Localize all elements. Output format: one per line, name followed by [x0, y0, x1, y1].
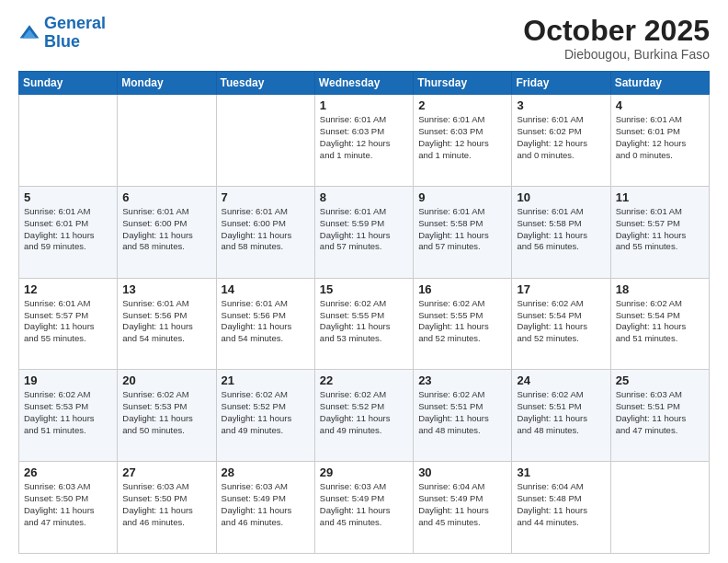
- day-number: 3: [517, 98, 605, 112]
- logo-icon: [18, 22, 40, 44]
- month-title: October 2025: [523, 15, 710, 47]
- calendar-cell: 29Sunrise: 6:03 AM Sunset: 5:49 PM Dayli…: [314, 462, 413, 554]
- day-info: Sunrise: 6:01 AM Sunset: 6:01 PM Dayligh…: [24, 206, 112, 253]
- day-info: Sunrise: 6:01 AM Sunset: 5:57 PM Dayligh…: [616, 206, 704, 253]
- day-number: 16: [418, 282, 506, 296]
- day-number: 10: [517, 190, 605, 204]
- calendar-cell: 15Sunrise: 6:02 AM Sunset: 5:55 PM Dayli…: [314, 278, 413, 370]
- day-number: 8: [320, 190, 408, 204]
- day-info: Sunrise: 6:02 AM Sunset: 5:54 PM Dayligh…: [517, 298, 605, 345]
- day-number: 20: [122, 373, 210, 387]
- day-info: Sunrise: 6:01 AM Sunset: 6:01 PM Dayligh…: [616, 114, 704, 161]
- day-number: 7: [222, 190, 310, 204]
- calendar-cell: [19, 95, 118, 187]
- day-info: Sunrise: 6:02 AM Sunset: 5:53 PM Dayligh…: [122, 389, 210, 436]
- day-info: Sunrise: 6:01 AM Sunset: 5:57 PM Dayligh…: [24, 298, 112, 345]
- day-number: 17: [517, 282, 605, 296]
- day-info: Sunrise: 6:02 AM Sunset: 5:52 PM Dayligh…: [320, 389, 408, 436]
- day-info: Sunrise: 6:03 AM Sunset: 5:51 PM Dayligh…: [616, 389, 704, 436]
- day-info: Sunrise: 6:03 AM Sunset: 5:49 PM Dayligh…: [320, 481, 408, 528]
- calendar-cell: 18Sunrise: 6:02 AM Sunset: 5:54 PM Dayli…: [610, 278, 709, 370]
- day-info: Sunrise: 6:03 AM Sunset: 5:50 PM Dayligh…: [24, 481, 112, 528]
- day-number: 29: [320, 465, 408, 479]
- calendar-cell: 17Sunrise: 6:02 AM Sunset: 5:54 PM Dayli…: [512, 278, 610, 370]
- day-info: Sunrise: 6:02 AM Sunset: 5:51 PM Dayligh…: [517, 389, 605, 436]
- day-number: 26: [24, 465, 112, 479]
- day-number: 9: [418, 190, 506, 204]
- calendar-week-row: 19Sunrise: 6:02 AM Sunset: 5:53 PM Dayli…: [19, 370, 710, 462]
- day-number: 22: [320, 373, 408, 387]
- day-number: 4: [616, 98, 704, 112]
- day-info: Sunrise: 6:01 AM Sunset: 6:00 PM Dayligh…: [122, 206, 210, 253]
- day-info: Sunrise: 6:02 AM Sunset: 5:53 PM Dayligh…: [24, 389, 112, 436]
- calendar-cell: 12Sunrise: 6:01 AM Sunset: 5:57 PM Dayli…: [19, 278, 118, 370]
- day-info: Sunrise: 6:02 AM Sunset: 5:55 PM Dayligh…: [320, 298, 408, 345]
- calendar-cell: 2Sunrise: 6:01 AM Sunset: 6:03 PM Daylig…: [414, 95, 512, 187]
- day-number: 2: [418, 98, 506, 112]
- calendar-cell: 5Sunrise: 6:01 AM Sunset: 6:01 PM Daylig…: [19, 186, 118, 278]
- day-info: Sunrise: 6:01 AM Sunset: 6:03 PM Dayligh…: [418, 114, 506, 161]
- calendar-day-header: Sunday: [19, 72, 118, 95]
- calendar-day-header: Monday: [118, 72, 216, 95]
- calendar-cell: 27Sunrise: 6:03 AM Sunset: 5:50 PM Dayli…: [118, 462, 216, 554]
- day-number: 6: [122, 190, 210, 204]
- calendar-cell: 1Sunrise: 6:01 AM Sunset: 6:03 PM Daylig…: [314, 95, 413, 187]
- day-info: Sunrise: 6:02 AM Sunset: 5:55 PM Dayligh…: [418, 298, 506, 345]
- calendar-week-row: 26Sunrise: 6:03 AM Sunset: 5:50 PM Dayli…: [19, 462, 710, 554]
- calendar-cell: 13Sunrise: 6:01 AM Sunset: 5:56 PM Dayli…: [118, 278, 216, 370]
- day-number: 21: [222, 373, 310, 387]
- calendar-cell: 7Sunrise: 6:01 AM Sunset: 6:00 PM Daylig…: [216, 186, 314, 278]
- day-info: Sunrise: 6:01 AM Sunset: 5:58 PM Dayligh…: [418, 206, 506, 253]
- day-number: 11: [616, 190, 704, 204]
- logo-text: General Blue: [44, 15, 106, 52]
- calendar-cell: 8Sunrise: 6:01 AM Sunset: 5:59 PM Daylig…: [314, 186, 413, 278]
- day-number: 31: [517, 465, 605, 479]
- calendar-cell: 3Sunrise: 6:01 AM Sunset: 6:02 PM Daylig…: [512, 95, 610, 187]
- day-number: 18: [616, 282, 704, 296]
- day-info: Sunrise: 6:01 AM Sunset: 5:59 PM Dayligh…: [320, 206, 408, 253]
- logo-line2: Blue: [44, 32, 80, 51]
- day-number: 23: [418, 373, 506, 387]
- calendar-day-header: Saturday: [610, 72, 709, 95]
- day-info: Sunrise: 6:03 AM Sunset: 5:50 PM Dayligh…: [122, 481, 210, 528]
- calendar-day-header: Friday: [512, 72, 610, 95]
- calendar-day-header: Thursday: [414, 72, 512, 95]
- day-info: Sunrise: 6:04 AM Sunset: 5:49 PM Dayligh…: [418, 481, 506, 528]
- day-number: 1: [320, 98, 408, 112]
- calendar-cell: 21Sunrise: 6:02 AM Sunset: 5:52 PM Dayli…: [216, 370, 314, 462]
- day-number: 24: [517, 373, 605, 387]
- day-number: 13: [122, 282, 210, 296]
- calendar-cell: 14Sunrise: 6:01 AM Sunset: 5:56 PM Dayli…: [216, 278, 314, 370]
- title-area: October 2025 Diebougou, Burkina Faso: [523, 15, 710, 62]
- day-number: 5: [24, 190, 112, 204]
- calendar-cell: 11Sunrise: 6:01 AM Sunset: 5:57 PM Dayli…: [610, 186, 709, 278]
- calendar-cell: 28Sunrise: 6:03 AM Sunset: 5:49 PM Dayli…: [216, 462, 314, 554]
- calendar-cell: [216, 95, 314, 187]
- day-number: 12: [24, 282, 112, 296]
- calendar-cell: [610, 462, 709, 554]
- calendar-week-row: 5Sunrise: 6:01 AM Sunset: 6:01 PM Daylig…: [19, 186, 710, 278]
- calendar-week-row: 12Sunrise: 6:01 AM Sunset: 5:57 PM Dayli…: [19, 278, 710, 370]
- day-info: Sunrise: 6:01 AM Sunset: 5:56 PM Dayligh…: [222, 298, 310, 345]
- calendar-day-header: Tuesday: [216, 72, 314, 95]
- day-info: Sunrise: 6:01 AM Sunset: 5:56 PM Dayligh…: [122, 298, 210, 345]
- calendar-header-row: SundayMondayTuesdayWednesdayThursdayFrid…: [19, 72, 710, 95]
- calendar-cell: 26Sunrise: 6:03 AM Sunset: 5:50 PM Dayli…: [19, 462, 118, 554]
- day-number: 15: [320, 282, 408, 296]
- logo-line1: General: [44, 14, 106, 32]
- calendar-cell: 16Sunrise: 6:02 AM Sunset: 5:55 PM Dayli…: [414, 278, 512, 370]
- day-number: 19: [24, 373, 112, 387]
- day-info: Sunrise: 6:01 AM Sunset: 5:58 PM Dayligh…: [517, 206, 605, 253]
- day-info: Sunrise: 6:03 AM Sunset: 5:49 PM Dayligh…: [222, 481, 310, 528]
- header: General Blue October 2025 Diebougou, Bur…: [18, 15, 710, 62]
- calendar-cell: 22Sunrise: 6:02 AM Sunset: 5:52 PM Dayli…: [314, 370, 413, 462]
- calendar-cell: 25Sunrise: 6:03 AM Sunset: 5:51 PM Dayli…: [610, 370, 709, 462]
- day-info: Sunrise: 6:02 AM Sunset: 5:51 PM Dayligh…: [418, 389, 506, 436]
- logo: General Blue: [18, 15, 106, 52]
- day-info: Sunrise: 6:02 AM Sunset: 5:54 PM Dayligh…: [616, 298, 704, 345]
- calendar-cell: 20Sunrise: 6:02 AM Sunset: 5:53 PM Dayli…: [118, 370, 216, 462]
- calendar-week-row: 1Sunrise: 6:01 AM Sunset: 6:03 PM Daylig…: [19, 95, 710, 187]
- day-number: 14: [222, 282, 310, 296]
- day-info: Sunrise: 6:01 AM Sunset: 6:03 PM Dayligh…: [320, 114, 408, 161]
- calendar-cell: 6Sunrise: 6:01 AM Sunset: 6:00 PM Daylig…: [118, 186, 216, 278]
